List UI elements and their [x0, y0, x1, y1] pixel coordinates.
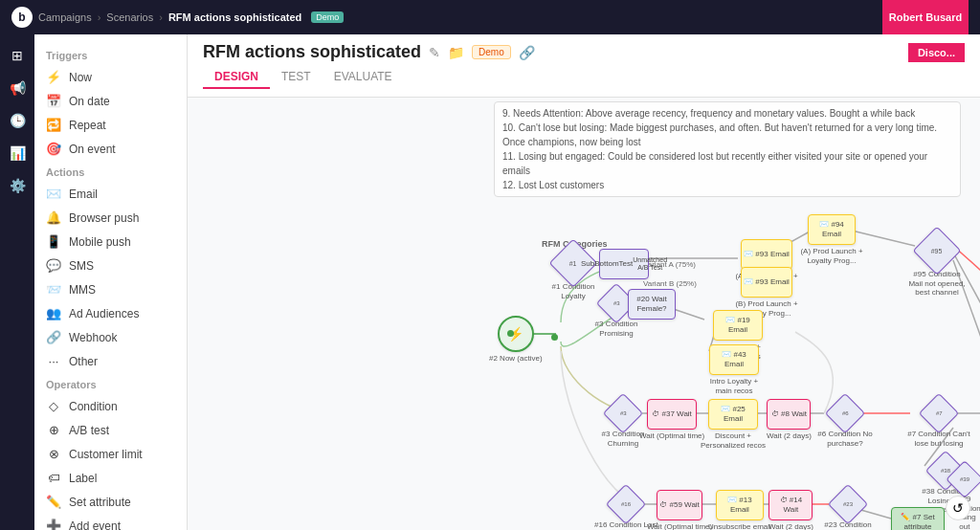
- note-11: 11. Losing but engaged: Could be conside…: [502, 149, 952, 178]
- trigger-on-event[interactable]: 🎯 On event: [34, 137, 187, 161]
- node-wait-8[interactable]: ⏱ #8 Wait Wait (2 days): [767, 399, 812, 441]
- note-12: 12. Lost Lost customers: [502, 178, 952, 192]
- icon-sidebar-campaigns[interactable]: 📢: [4, 75, 31, 101]
- wait-37-label: Wait (Optimal time): [639, 431, 704, 441]
- operators-section-title: Operators: [34, 373, 187, 394]
- edit-title-icon[interactable]: ✎: [429, 45, 440, 60]
- dot-entry: [551, 334, 558, 341]
- node-wait-59[interactable]: ⏱ #59 Wait Wait (Optimal time): [647, 490, 712, 530]
- node-email-94[interactable]: ✉️ #94 Email (A) Prod Launch + Loyalty P…: [798, 214, 865, 265]
- tab-design[interactable]: DESIGN: [203, 66, 270, 89]
- tab-test[interactable]: TEST: [270, 66, 323, 89]
- discover-button[interactable]: Disco...: [908, 43, 965, 62]
- action-mobile-push[interactable]: 📱 Mobile push: [34, 230, 187, 254]
- page-header: RFM actions sophisticated ✎ 📁 Demo 🔗 Dis…: [188, 34, 980, 98]
- ab-test-icon: ⊕: [46, 423, 61, 437]
- left-panel: Triggers ⚡ Now 📅 On date 🔁 Repeat 🎯 On e…: [34, 34, 188, 530]
- mobile-push-icon: 📱: [46, 234, 61, 249]
- wait-8-label: Wait (2 days): [767, 431, 812, 441]
- action-email[interactable]: ✉️ Email: [34, 182, 187, 206]
- node-cond-no-purchase[interactable]: #6 #6 Condition No purchase?: [812, 399, 879, 448]
- canvas-scroll: 9. Needs Attention: Above average recenc…: [188, 98, 980, 530]
- icon-sidebar: ⊞ 📢 🕒 📊 ⚙️: [0, 34, 34, 530]
- action-mms-label: MMS: [69, 283, 96, 297]
- user-avatar: Robert Busard: [882, 0, 969, 34]
- tab-evaluate[interactable]: EVALUATE: [323, 66, 404, 89]
- action-mobile-push-label: Mobile push: [69, 235, 131, 249]
- wait-59-label: Wait (Optimal time): [647, 522, 712, 530]
- node-cond-95[interactable]: #95 #95 ConditionMail not opened, best c…: [903, 233, 970, 298]
- op-condition[interactable]: ◇ Condition: [34, 394, 187, 418]
- tab-row: DESIGN TEST EVALUATE: [203, 66, 965, 89]
- webhook-icon: 🔗: [46, 330, 61, 344]
- folder-icon[interactable]: 📁: [448, 45, 464, 60]
- icon-sidebar-history[interactable]: 🕒: [4, 107, 31, 134]
- action-browser-push[interactable]: 🔔 Browser push: [34, 206, 187, 230]
- content-area: RFM actions sophisticated ✎ 📁 Demo 🔗 Dis…: [188, 34, 980, 530]
- zoom-rotate-control[interactable]: ↺: [946, 496, 970, 520]
- condition-icon: ◇: [46, 399, 61, 413]
- repeat-icon: 🔁: [46, 118, 61, 132]
- node-wait-14[interactable]: ⏱ #14 Wait Wait (2 days): [768, 490, 813, 530]
- op-ab-test[interactable]: ⊕ A/B test: [34, 418, 187, 442]
- node-wait-female[interactable]: #20 Wait Female?: [628, 289, 676, 320]
- op-label[interactable]: 🏷 Label: [34, 466, 187, 490]
- trigger-now[interactable]: ⚡ Now: [34, 65, 187, 89]
- action-mms[interactable]: 📨 MMS: [34, 277, 187, 301]
- top-nav-right: Robert Busard: [882, 0, 969, 34]
- wait-14-label: Wait (2 days): [768, 522, 813, 530]
- action-webhook-label: Webhook: [69, 331, 117, 344]
- trigger-on-date-label: On date: [69, 95, 110, 108]
- email-icon: ✉️: [46, 187, 61, 201]
- action-email-label: Email: [69, 188, 98, 201]
- on-event-icon: 🎯: [46, 142, 61, 156]
- now-icon: ⚡: [46, 70, 61, 84]
- action-sms-label: SMS: [69, 259, 94, 273]
- op-customer-limit[interactable]: ⊗ Customer limit: [34, 442, 187, 466]
- trigger-node[interactable]: ⚡ #2 Now (active): [489, 316, 543, 364]
- icon-sidebar-settings[interactable]: ⚙️: [4, 172, 31, 199]
- app-container: b Campaigns › Scenarios › RFM actions so…: [0, 0, 980, 530]
- other-icon: ···: [46, 354, 61, 368]
- cond-95-label: #95 ConditionMail not opened, best chann…: [903, 270, 970, 298]
- op-set-attribute[interactable]: ✏️ Set attribute: [34, 490, 187, 514]
- op-add-event[interactable]: ➕ Add event: [34, 514, 187, 530]
- action-ad-audiences[interactable]: 👥 Ad Audiences: [34, 301, 187, 325]
- page-title: RFM actions sophisticated: [203, 42, 421, 62]
- note-10: 10. Can't lose but losing: Made biggest …: [502, 121, 952, 149]
- op-ab-test-label: A/B test: [69, 424, 109, 437]
- op-label-label: Label: [69, 472, 97, 485]
- email-intro-main-label: Intro Loyalty + main recos: [701, 377, 768, 395]
- op-set-attr-label: Set attribute: [69, 496, 131, 509]
- node-email-25[interactable]: ✉️ #25 Email Discount + Personalized rec…: [700, 399, 767, 450]
- mms-icon: 📨: [46, 282, 61, 297]
- breadcrumb-scenarios[interactable]: Scenarios: [106, 11, 153, 23]
- node-email-intro-main[interactable]: ✉️ #43 Email Intro Loyalty + main recos: [701, 344, 768, 395]
- trigger-repeat[interactable]: 🔁 Repeat: [34, 113, 187, 137]
- node-ab-test[interactable]: SubBottomTestUnmatched A/B Test: [599, 249, 649, 281]
- customer-limit-icon: ⊗: [46, 447, 61, 461]
- node-cond-email-closed[interactable]: #23 #23 Condition Email not closed?: [814, 490, 881, 530]
- ab-variant-b: Variant B (25%): [643, 279, 697, 288]
- trigger-on-event-label: On event: [69, 143, 116, 156]
- icon-sidebar-home[interactable]: ⊞: [4, 42, 31, 69]
- breadcrumb-campaigns[interactable]: Campaigns: [38, 11, 92, 23]
- action-webhook[interactable]: 🔗 Webhook: [34, 325, 187, 349]
- action-other[interactable]: ··· Other: [34, 349, 187, 373]
- node-set-attr[interactable]: ✏️ #7 Set attribute _accepts_marketing_u…: [884, 507, 951, 530]
- actions-section-title: Actions: [34, 161, 187, 182]
- icon-sidebar-analytics[interactable]: 📊: [4, 140, 31, 166]
- node-wait-37[interactable]: ⏱ #37 Wait Wait (Optimal time): [639, 399, 704, 441]
- canvas-area[interactable]: 9. Needs Attention: Above average recenc…: [188, 98, 980, 530]
- trigger-on-date[interactable]: 📅 On date: [34, 89, 187, 113]
- link-icon[interactable]: 🔗: [519, 45, 535, 60]
- action-sms[interactable]: 💬 SMS: [34, 254, 187, 277]
- trigger-node-label: #2 Now (active): [489, 354, 543, 364]
- brand-logo[interactable]: b: [11, 7, 33, 28]
- main-layout: ⊞ 📢 🕒 📊 ⚙️ Triggers ⚡ Now 📅 On date 🔁 Re…: [0, 34, 980, 530]
- trigger-now-label: Now: [69, 71, 92, 84]
- node-cond-cant-lose[interactable]: #7 #7 Condition Can't lose but losing: [905, 399, 972, 448]
- ad-audiences-icon: 👥: [46, 306, 61, 320]
- breadcrumb-sep-1: ›: [98, 11, 101, 23]
- node-email-13[interactable]: ✉️ #13 Email Unsubscribe email: [708, 490, 771, 530]
